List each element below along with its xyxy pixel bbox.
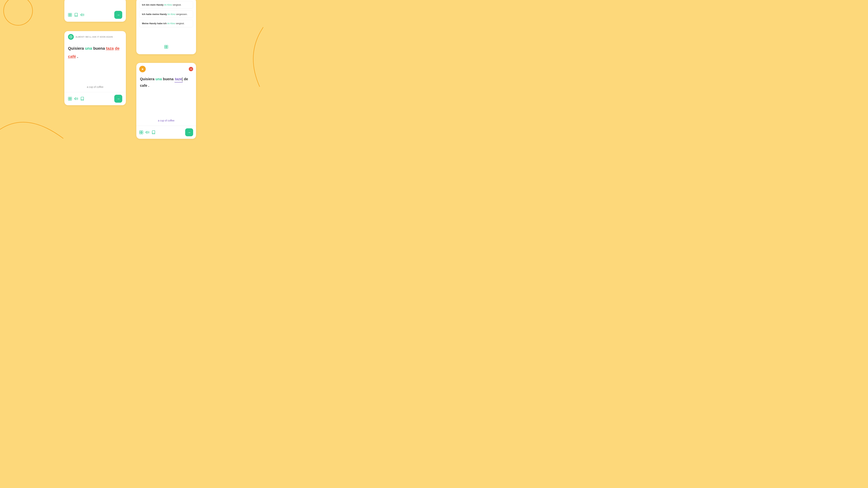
svg-rect-7 [68,97,70,99]
svg-rect-3 [68,15,70,17]
svg-rect-16 [140,131,141,132]
word-buena: buena [93,46,106,51]
translate-icon-mid[interactable] [68,97,72,101]
svg-rect-12 [164,45,166,47]
next-button-mid[interactable]: → [114,95,122,103]
svg-rect-18 [140,132,141,134]
svg-marker-5 [81,14,82,16]
card-top-left: → [64,0,126,22]
card-mid-footer: → [64,92,126,105]
type-cafe: cafe [140,84,148,88]
type-de: de [183,77,188,81]
german-green-1: im Kino [164,3,172,6]
german-green-2: im Kino [167,13,176,15]
svg-rect-1 [68,13,70,15]
german-rest-3: vergisst. [176,22,184,25]
german-green-3: im Kino [167,22,175,25]
word-taza: taza [106,46,114,51]
svg-rect-13 [166,45,168,47]
svg-rect-19 [142,132,143,134]
volume-icon-mid[interactable] [74,97,78,101]
german-bold-1: Ich bin mein Handy [142,3,163,6]
sentence-line-2: café . [68,53,122,60]
book-icon[interactable] [74,13,78,17]
translation-text: a cup of coffee [64,84,126,92]
next-button-bot[interactable]: → [185,128,193,136]
star-icon: ★ [141,67,144,71]
book-icon-bot[interactable] [152,130,156,134]
german-sentence-3[interactable]: Meine Handy habe ich im Kino vergisst. [139,20,193,27]
almost-text: ALMOST! WE'LL ASK IT SOON AGAIN [75,36,113,38]
card-bot-right: ★ +1 Quisiera una buena taze de cafe . a… [136,63,196,139]
german-rest-1: vergisst. [173,3,181,6]
typed-taze: taze [175,76,183,83]
volume-icon-bot[interactable] [145,130,149,134]
translate-icon-bot[interactable] [139,130,143,134]
svg-rect-15 [166,47,168,48]
svg-point-0 [4,0,33,25]
plus-badge: +1 [189,67,193,71]
word-cafe: café [68,54,76,59]
svg-rect-8 [70,97,72,99]
plus-count: +1 [190,68,192,70]
german-sentence-1[interactable]: Ich bin mein Handy im Kino vergisst. [139,1,193,9]
svg-rect-9 [68,99,70,100]
german-footer [139,42,193,51]
star-badge: ★ [139,66,146,72]
svg-rect-17 [142,131,143,132]
sentence-line-1: Quisiera una buena taza de [68,45,122,52]
translate-icon[interactable] [68,13,72,17]
type-una: una [156,77,163,81]
svg-marker-20 [146,131,147,134]
type-buena: buena [163,77,175,81]
typing-sentence: Quisiera una buena taze de cafe . [136,74,196,89]
word-period1: . [76,54,78,59]
arrow-icon: → [117,13,120,17]
card-bot-footer: → [136,126,196,139]
cursor [182,77,182,81]
arrow-icon-bot: → [187,130,191,134]
next-button-top[interactable]: → [114,11,122,19]
svg-marker-11 [74,98,76,100]
almost-banner: ALMOST! WE'LL ASK IT SOON AGAIN [64,31,126,41]
card-bot-header: ★ +1 [136,63,196,74]
card-top-right: Ich bin mein Handy im Kino vergisst. Ich… [136,0,196,54]
arrow-icon-mid: → [117,97,120,101]
sentence-area: Quisiera una buena taza de café . [64,41,126,84]
book-icon-mid[interactable] [80,97,84,101]
svg-rect-4 [70,15,72,17]
german-rest-2: vergessen. [176,13,188,15]
word-quisiera: Quisiera [68,46,85,51]
word-una: una [85,46,93,51]
svg-rect-10 [70,99,72,100]
type-period: . [148,84,149,88]
card-mid-left: ALMOST! WE'LL ASK IT SOON AGAIN Quisiera… [64,31,126,105]
volume-icon[interactable] [80,13,84,17]
svg-rect-14 [164,47,166,48]
translate-icon-right[interactable] [142,45,191,49]
clock-icon [68,34,74,40]
type-quisiera: Quisiera [140,77,156,81]
translation-purple: a cup of coffee [136,117,196,126]
word-de1: de [115,46,120,51]
german-bold-2: Ich hatte meine Handy [142,13,167,15]
german-bold-3: Meine Handy habe ich [142,22,167,25]
svg-rect-2 [70,13,72,15]
german-sentence-2[interactable]: Ich hatte meine Handy im Kino vergessen. [139,10,193,18]
